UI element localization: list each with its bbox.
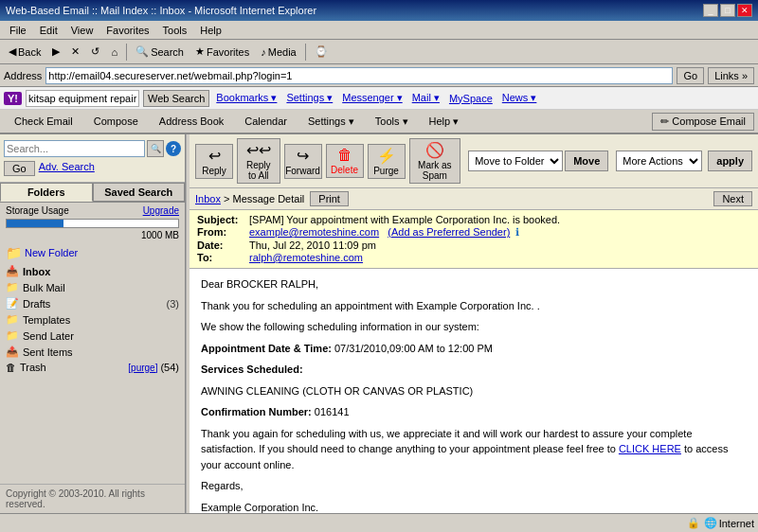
search-button[interactable]: 🔍 Search	[131, 42, 189, 62]
favorites-button[interactable]: ★ Favorites	[190, 42, 254, 62]
menu-view[interactable]: View	[65, 24, 99, 37]
storage-progress-bar: 33%	[6, 219, 179, 228]
email-company: Example Corporation Inc.	[201, 500, 747, 514]
adv-search-link[interactable]: Adv. Search	[39, 161, 95, 176]
move-button[interactable]: Move	[565, 151, 608, 171]
yahoo-search-input[interactable]	[26, 90, 139, 107]
tab-tools[interactable]: Tools ▾	[365, 113, 419, 131]
yahoo-mail[interactable]: Mail ▾	[409, 92, 442, 104]
media-button[interactable]: ♪ Media	[256, 42, 300, 62]
refresh-button[interactable]: ↺	[86, 42, 104, 62]
email-regards: Regards,	[201, 478, 747, 494]
email-para1: Thank you for scheduling an appointment …	[201, 298, 747, 314]
compose-icon: ✏	[660, 115, 669, 128]
compose-email-button[interactable]: ✏ Compose Email	[652, 113, 754, 131]
sidebar-go-button[interactable]: Go	[4, 161, 35, 176]
tab-compose[interactable]: Compose	[83, 113, 149, 130]
email-confirm: Confirmation Number: 016141	[201, 404, 747, 420]
email-action-bar: ↩ Reply ↩↩ Reply to All ↪ Forward 🗑 Dele…	[190, 134, 758, 188]
folder-item-drafts[interactable]: 📝 Drafts (3)	[0, 295, 185, 311]
new-folder-button[interactable]: 📁 New Folder	[0, 242, 185, 263]
folder-item-bulk-mail[interactable]: 📁 Bulk Mail	[0, 279, 185, 295]
folder-item-sent-items[interactable]: 📤 Sent Items	[0, 344, 185, 360]
yahoo-settings[interactable]: Settings ▾	[283, 92, 335, 104]
help-icon[interactable]: ?	[166, 141, 181, 156]
saved-search-tab[interactable]: Saved Search	[93, 183, 186, 202]
content-area: ↩ Reply ↩↩ Reply to All ↪ Forward 🗑 Dele…	[190, 134, 758, 513]
search-input[interactable]	[4, 140, 145, 157]
stop-button[interactable]: ✕	[66, 42, 84, 62]
tab-help[interactable]: Help ▾	[419, 113, 470, 131]
folder-item-templates[interactable]: 📁 Templates	[0, 311, 185, 328]
confirm-value: 016141	[315, 406, 350, 417]
trash-purge-link[interactable]: [purge]	[128, 363, 157, 373]
email-service-value: AWNING CLEANING (CLOTH OR CANVAS OR PLAS…	[201, 383, 747, 399]
close-button[interactable]: ✕	[737, 4, 752, 17]
tab-calendar[interactable]: Calendar	[234, 113, 298, 130]
from-email-link[interactable]: example@remoteshine.com	[249, 226, 379, 238]
history-button[interactable]: ⌚	[310, 42, 333, 62]
print-button[interactable]: Print	[310, 191, 349, 206]
delete-button[interactable]: 🗑 Delete	[326, 144, 364, 178]
click-here-link[interactable]: CLICK HERE	[619, 443, 681, 454]
folder-item-send-later[interactable]: 📁 Send Later	[0, 328, 185, 344]
forward-button[interactable]: ▶	[47, 42, 64, 62]
home-button[interactable]: ⌂	[106, 42, 122, 62]
back-button[interactable]: ◀ Back	[4, 42, 45, 62]
yahoo-logo: Y!	[4, 92, 22, 105]
to-email-link[interactable]: ralph@remoteshine.com	[249, 252, 363, 263]
yahoo-bookmarks[interactable]: Bookmarks ▾	[213, 92, 280, 104]
minimize-button[interactable]: _	[703, 4, 718, 17]
tab-address-book[interactable]: Address Book	[149, 113, 234, 130]
next-button[interactable]: Next	[713, 191, 752, 206]
folder-item-trash[interactable]: 🗑 Trash [purge] (54)	[0, 360, 185, 375]
email-header: Subject: [SPAM] Your appointment with Ex…	[190, 210, 758, 269]
tab-settings[interactable]: Settings ▾	[298, 113, 365, 131]
yahoo-messenger[interactable]: Messenger ▾	[339, 92, 405, 104]
send-later-icon: 📁	[6, 329, 19, 342]
reply-all-button[interactable]: ↩↩ Reply to All	[237, 138, 280, 184]
subject-value: [SPAM] Your appointment with Example Cor…	[249, 214, 750, 225]
yahoo-search-button[interactable]: Web Search	[143, 90, 209, 107]
address-input[interactable]	[45, 67, 673, 84]
tab-check-email[interactable]: Check Email	[4, 113, 83, 130]
reply-button[interactable]: ↩ Reply	[195, 144, 233, 179]
search-icon-button[interactable]: 🔍	[147, 140, 164, 157]
links-button[interactable]: Links »	[708, 67, 754, 84]
progress-label: 33%	[7, 220, 178, 229]
move-to-folder-select[interactable]: Move to Folder	[468, 151, 563, 171]
menu-edit[interactable]: Edit	[34, 24, 63, 37]
folders-tab[interactable]: Folders	[0, 183, 93, 202]
trash-count: (54)	[160, 362, 179, 373]
forward-button[interactable]: ↪ Forward	[284, 144, 322, 179]
menu-file[interactable]: File	[4, 24, 32, 37]
title-bar: Web-Based Email :: Mail Index :: Inbox -…	[0, 0, 758, 21]
maximize-button[interactable]: □	[720, 4, 735, 17]
purge-button[interactable]: ⚡ Purge	[368, 144, 406, 179]
yahoo-myspace[interactable]: MySpace	[446, 93, 496, 104]
email-thank-you: Thank you again for scheduling with us, …	[201, 426, 747, 473]
toolbar-separator	[126, 44, 127, 61]
address-label: Address	[4, 70, 42, 81]
title-bar-buttons: _ □ ✕	[703, 4, 752, 17]
inbox-breadcrumb-link[interactable]: Inbox	[195, 193, 221, 204]
info-icon: ℹ	[515, 226, 519, 238]
to-row: To: ralph@remoteshine.com	[197, 252, 750, 263]
status-bar: 🔒 🌐 Internet	[0, 513, 758, 532]
menu-favorites[interactable]: Favorites	[100, 24, 154, 37]
status-right: 🔒 🌐 Internet	[687, 517, 754, 529]
mark-as-spam-button[interactable]: 🚫 Mark as Spam	[409, 138, 461, 184]
go-button[interactable]: Go	[677, 67, 704, 84]
menu-tools[interactable]: Tools	[157, 24, 193, 37]
folder-item-inbox[interactable]: 📥 Inbox	[0, 263, 185, 279]
apply-button[interactable]: apply	[708, 151, 752, 171]
forward-icon: ↪	[297, 147, 309, 165]
spam-icon: 🚫	[425, 141, 444, 159]
menu-help[interactable]: Help	[194, 24, 227, 37]
sidebar-search-box: 🔍 ? Go Adv. Search	[0, 134, 185, 183]
folder-list: 📥 Inbox 📁 Bulk Mail 📝 Drafts (3) 📁 Templ…	[0, 263, 185, 484]
more-actions-select[interactable]: More Actions	[616, 151, 702, 171]
upgrade-link[interactable]: Upgrade	[143, 205, 179, 216]
add-preferred-link[interactable]: (Add as Preferred Sender)	[388, 226, 510, 238]
yahoo-news[interactable]: News ▾	[499, 92, 540, 104]
